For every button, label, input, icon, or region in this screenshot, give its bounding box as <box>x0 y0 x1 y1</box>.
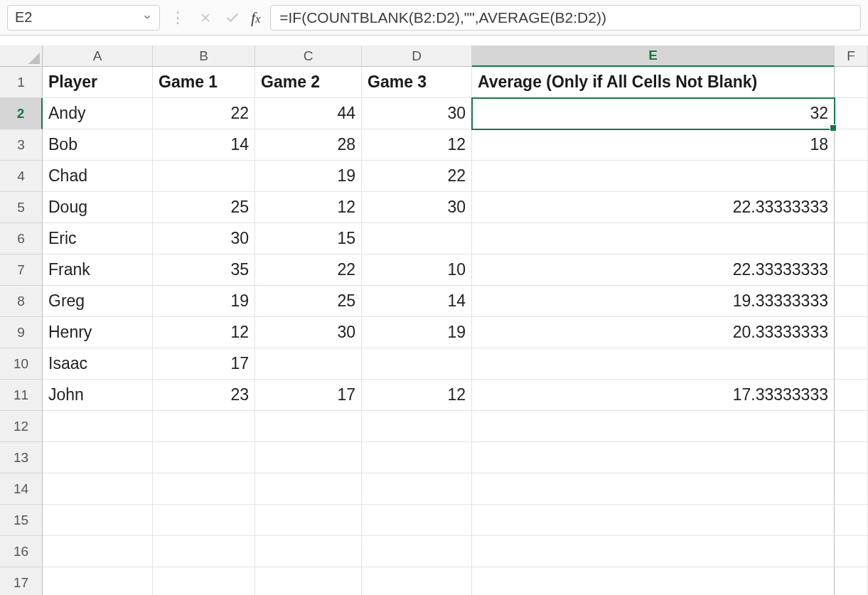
cell-E5[interactable]: 22.33333333 <box>472 192 835 223</box>
cell-E14[interactable] <box>472 473 835 505</box>
cell-E6[interactable] <box>472 223 835 254</box>
row-header-12[interactable]: 12 <box>0 411 43 442</box>
cell-A1[interactable]: Player <box>43 67 153 98</box>
cell-A5[interactable]: Doug <box>43 192 153 223</box>
worksheet[interactable]: ABCDEF1PlayerGame 1Game 2Game 3Average (… <box>0 45 868 595</box>
cell-B9[interactable]: 12 <box>153 317 255 348</box>
formula-input[interactable]: =IF(COUNTBLANK(B2:D2),"",AVERAGE(B2:D2)) <box>270 5 861 31</box>
cell-C3[interactable]: 28 <box>255 129 362 161</box>
row-header-3[interactable]: 3 <box>0 129 43 161</box>
cell-E8[interactable]: 19.33333333 <box>472 286 835 317</box>
cell-A15[interactable] <box>43 505 153 536</box>
cell-A12[interactable] <box>43 411 153 442</box>
cell-F10[interactable] <box>835 348 868 380</box>
cell-D13[interactable] <box>362 442 472 473</box>
row-header-17[interactable]: 17 <box>0 567 43 595</box>
cell-F7[interactable] <box>835 254 868 286</box>
cell-A4[interactable]: Chad <box>43 161 153 192</box>
cell-C17[interactable] <box>255 567 362 595</box>
cell-E15[interactable] <box>472 505 835 536</box>
cell-D4[interactable]: 22 <box>362 161 472 192</box>
cell-F5[interactable] <box>835 192 868 223</box>
row-header-9[interactable]: 9 <box>0 317 43 348</box>
cell-C4[interactable]: 19 <box>255 161 362 192</box>
cell-E16[interactable] <box>472 536 835 567</box>
col-header-A[interactable]: A <box>43 45 153 67</box>
cell-A2[interactable]: Andy <box>43 98 153 129</box>
row-header-10[interactable]: 10 <box>0 348 43 380</box>
cell-F15[interactable] <box>835 505 868 536</box>
cell-D8[interactable]: 14 <box>362 286 472 317</box>
cell-C11[interactable]: 17 <box>255 380 362 411</box>
cell-B7[interactable]: 35 <box>153 254 255 286</box>
cell-D10[interactable] <box>362 348 472 380</box>
cell-D5[interactable]: 30 <box>362 192 472 223</box>
cell-C9[interactable]: 30 <box>255 317 362 348</box>
cell-C13[interactable] <box>255 442 362 473</box>
cell-B10[interactable]: 17 <box>153 348 255 380</box>
cell-A11[interactable]: John <box>43 380 153 411</box>
cell-E7[interactable]: 22.33333333 <box>472 254 835 286</box>
cell-F3[interactable] <box>835 129 868 161</box>
cell-D9[interactable]: 19 <box>362 317 472 348</box>
cell-F2[interactable] <box>835 98 868 129</box>
cell-B4[interactable] <box>153 161 255 192</box>
name-box[interactable]: E2 <box>7 5 160 31</box>
cell-B12[interactable] <box>153 411 255 442</box>
cell-A8[interactable]: Greg <box>43 286 153 317</box>
cell-B3[interactable]: 14 <box>153 129 255 161</box>
cell-F14[interactable] <box>835 473 868 505</box>
col-header-D[interactable]: D <box>362 45 472 67</box>
cell-B2[interactable]: 22 <box>153 98 255 129</box>
cell-E9[interactable]: 20.33333333 <box>472 317 835 348</box>
cell-C8[interactable]: 25 <box>255 286 362 317</box>
cell-D1[interactable]: Game 3 <box>362 67 472 98</box>
cell-C10[interactable] <box>255 348 362 380</box>
cell-C7[interactable]: 22 <box>255 254 362 286</box>
cell-A3[interactable]: Bob <box>43 129 153 161</box>
cell-B1[interactable]: Game 1 <box>153 67 255 98</box>
cell-F6[interactable] <box>835 223 868 254</box>
cell-C1[interactable]: Game 2 <box>255 67 362 98</box>
cell-D2[interactable]: 30 <box>362 98 472 129</box>
row-header-6[interactable]: 6 <box>0 223 43 254</box>
cell-D6[interactable] <box>362 223 472 254</box>
cell-E17[interactable] <box>472 567 835 595</box>
row-header-2[interactable]: 2 <box>0 98 43 129</box>
cell-B13[interactable] <box>153 442 255 473</box>
cell-B8[interactable]: 19 <box>153 286 255 317</box>
cell-F13[interactable] <box>835 442 868 473</box>
cell-A13[interactable] <box>43 442 153 473</box>
cell-F8[interactable] <box>835 286 868 317</box>
cell-A14[interactable] <box>43 473 153 505</box>
cell-D3[interactable]: 12 <box>362 129 472 161</box>
cell-F17[interactable] <box>835 567 868 595</box>
cell-B17[interactable] <box>153 567 255 595</box>
cell-E13[interactable] <box>472 442 835 473</box>
cell-B11[interactable]: 23 <box>153 380 255 411</box>
cell-A9[interactable]: Henry <box>43 317 153 348</box>
cell-C14[interactable] <box>255 473 362 505</box>
cell-B6[interactable]: 30 <box>153 223 255 254</box>
row-header-4[interactable]: 4 <box>0 161 43 192</box>
cell-A6[interactable]: Eric <box>43 223 153 254</box>
col-header-E[interactable]: E <box>472 45 835 67</box>
cell-D15[interactable] <box>362 505 472 536</box>
cell-C12[interactable] <box>255 411 362 442</box>
cell-E2[interactable]: 32 <box>472 98 835 129</box>
cell-A7[interactable]: Frank <box>43 254 153 286</box>
col-header-B[interactable]: B <box>153 45 255 67</box>
cell-B15[interactable] <box>153 505 255 536</box>
cell-C5[interactable]: 12 <box>255 192 362 223</box>
cell-D16[interactable] <box>362 536 472 567</box>
cell-C15[interactable] <box>255 505 362 536</box>
row-header-8[interactable]: 8 <box>0 286 43 317</box>
col-header-F[interactable]: F <box>835 45 868 67</box>
cell-D14[interactable] <box>362 473 472 505</box>
cell-C6[interactable]: 15 <box>255 223 362 254</box>
cell-F12[interactable] <box>835 411 868 442</box>
row-header-13[interactable]: 13 <box>0 442 43 473</box>
cell-E4[interactable] <box>472 161 835 192</box>
cell-E11[interactable]: 17.33333333 <box>472 380 835 411</box>
row-header-1[interactable]: 1 <box>0 67 43 98</box>
